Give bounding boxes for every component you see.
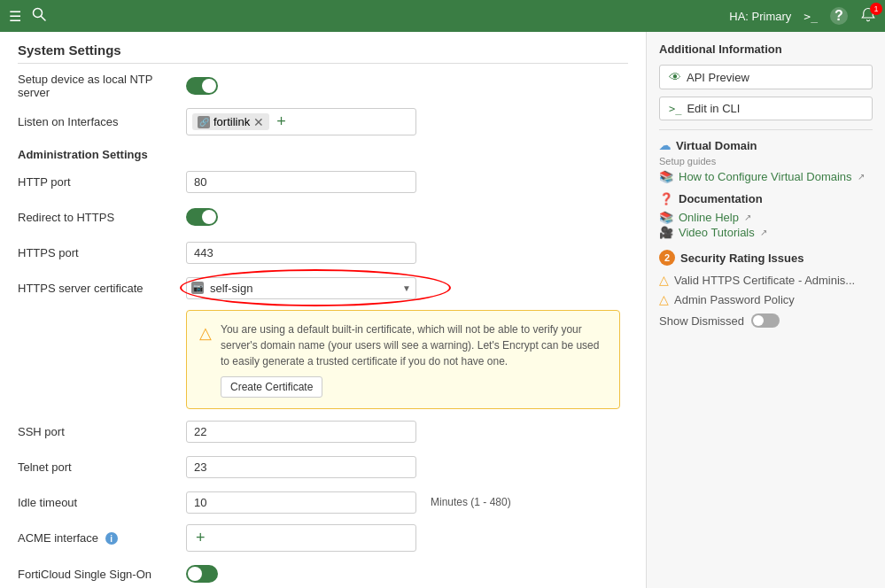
external-link-icon: ↗ xyxy=(858,172,865,182)
forticloud-label: FortiCloud Single Sign-On xyxy=(18,568,186,581)
ntp-row: Setup device as local NTP server xyxy=(18,73,628,99)
security-badge: 2 xyxy=(659,250,675,266)
setup-guides-label: Setup guides xyxy=(659,156,873,166)
help-icon[interactable]: ? xyxy=(830,7,848,25)
fortilink-remove[interactable]: ✕ xyxy=(253,116,264,128)
cert-select-icon: 📷 xyxy=(191,282,204,294)
video-tutorials-link[interactable]: 🎥 Video Tutorials ↗ xyxy=(659,226,873,239)
redirect-toggle[interactable] xyxy=(186,208,218,226)
admin-section-title: Administration Settings xyxy=(18,148,628,161)
forticloud-toggle[interactable] xyxy=(186,565,218,583)
idle-unit-label: Minutes (1 - 480) xyxy=(431,496,511,508)
main-panel: System Settings Setup device as local NT… xyxy=(0,32,646,588)
security-item-2-label: Admin Password Policy xyxy=(674,293,795,306)
cli-icon[interactable]: >_ xyxy=(803,10,818,23)
how-to-configure-link[interactable]: 📚 How to Configure Virtual Domains ↗ xyxy=(659,170,873,183)
acme-label: ACME interface i xyxy=(18,531,186,545)
topbar: ☰ HA: Primary >_ ? 1 xyxy=(0,0,885,32)
video-icon: 🎥 xyxy=(659,226,673,239)
https-port-input[interactable] xyxy=(186,242,416,264)
telnet-port-input[interactable] xyxy=(186,456,416,478)
book-icon: 📚 xyxy=(659,170,673,183)
ssh-port-input[interactable] xyxy=(186,421,416,443)
cloud-icon: ☁ xyxy=(659,139,671,152)
sidebar: Additional Information 👁 API Preview >_ … xyxy=(646,32,885,588)
show-dismissed-knob xyxy=(753,315,764,326)
warning-icon-1: △ xyxy=(659,273,669,287)
fortilink-tag: 🔗 fortilink ✕ xyxy=(192,113,269,130)
edit-in-cli-button[interactable]: >_ Edit in CLI xyxy=(659,97,873,120)
security-title-row: 2 Security Rating Issues xyxy=(659,250,873,266)
api-preview-button[interactable]: 👁 API Preview xyxy=(659,65,873,89)
telnet-port-label: Telnet port xyxy=(18,460,186,474)
notification-bell[interactable]: 1 xyxy=(860,7,876,26)
notification-badge: 1 xyxy=(870,3,882,15)
listen-add-button[interactable]: + xyxy=(273,112,290,131)
http-port-row: HTTP port xyxy=(18,168,628,195)
ha-status-label: HA: Primary xyxy=(729,10,791,23)
idle-timeout-input[interactable] xyxy=(186,491,416,514)
listen-tag-input[interactable]: 🔗 fortilink ✕ + xyxy=(186,108,416,135)
show-dismissed-row: Show Dismissed xyxy=(659,313,873,328)
chevron-down-icon: ▼ xyxy=(402,283,411,293)
security-item-1[interactable]: △ Valid HTTPS Certificate - Adminis... xyxy=(659,273,873,287)
video-ext-icon: ↗ xyxy=(760,228,767,237)
cert-select-wrap: 📷 self-sign ▼ xyxy=(186,277,416,299)
ssh-port-label: SSH port xyxy=(18,425,186,438)
sidebar-info-title: Additional Information xyxy=(659,43,873,56)
menu-icon[interactable]: ☰ xyxy=(9,8,21,25)
acme-info-icon[interactable]: i xyxy=(105,532,118,545)
redirect-row: Redirect to HTTPS xyxy=(18,204,628,230)
security-item-1-label: Valid HTTPS Certificate - Adminis... xyxy=(674,274,855,287)
cert-row: HTTPS server certificate 📷 self-sign ▼ xyxy=(18,275,628,301)
security-title-text: Security Rating Issues xyxy=(680,251,803,265)
idle-timeout-label: Idle timeout xyxy=(18,496,186,509)
fortilink-label: fortilink xyxy=(213,115,250,128)
acme-label-text: ACME interface xyxy=(18,531,98,545)
acme-add-button[interactable]: + xyxy=(192,529,209,547)
https-port-row: HTTPS port xyxy=(18,239,628,266)
ntp-toggle[interactable] xyxy=(186,77,218,95)
http-port-label: HTTP port xyxy=(18,175,186,189)
virtual-domain-title-text: Virtual Domain xyxy=(676,139,757,152)
ntp-label: Setup device as local NTP server xyxy=(18,73,186,99)
fortilink-icon: 🔗 xyxy=(198,116,210,128)
sidebar-divider-1 xyxy=(659,129,873,130)
create-certificate-button[interactable]: Create Certificate xyxy=(221,376,322,398)
documentation-section: ❓ Documentation xyxy=(659,192,873,205)
cert-row-wrapper: HTTPS server certificate 📷 self-sign ▼ xyxy=(18,275,628,301)
ntp-toggle-knob xyxy=(202,79,216,93)
edit-in-cli-label: Edit in CLI xyxy=(687,102,740,115)
ssh-port-row: SSH port xyxy=(18,418,628,445)
doc-title-text: Documentation xyxy=(679,192,763,205)
online-help-label: Online Help xyxy=(679,211,739,224)
online-help-link[interactable]: 📚 Online Help ↗ xyxy=(659,211,873,224)
listen-row: Listen on Interfaces 🔗 fortilink ✕ + xyxy=(18,108,628,135)
security-section: 2 Security Rating Issues △ Valid HTTPS C… xyxy=(659,250,873,328)
show-dismissed-label: Show Dismissed xyxy=(659,314,744,328)
acme-row: ACME interface i + xyxy=(18,524,628,552)
question-icon: ❓ xyxy=(659,192,673,205)
redirect-knob xyxy=(202,210,216,224)
idle-timeout-row: Idle timeout Minutes (1 - 480) xyxy=(18,489,628,515)
warning-text: You are using a default built-in certifi… xyxy=(221,321,607,369)
book-icon-2: 📚 xyxy=(659,211,673,224)
cert-select[interactable]: self-sign xyxy=(186,277,416,299)
warning-icon-2: △ xyxy=(659,292,669,306)
http-port-input[interactable] xyxy=(186,171,416,193)
api-preview-label: API Preview xyxy=(687,71,749,84)
show-dismissed-toggle[interactable] xyxy=(751,313,780,328)
cert-warning-box: △ You are using a default built-in certi… xyxy=(186,310,620,409)
redirect-label: Redirect to HTTPS xyxy=(18,211,186,224)
page-title: System Settings xyxy=(18,43,628,64)
cli-btn-icon: >_ xyxy=(669,103,681,115)
acme-tag-input[interactable]: + xyxy=(186,524,416,552)
warning-triangle-icon: △ xyxy=(199,323,212,343)
svg-line-1 xyxy=(42,17,46,21)
telnet-port-row: Telnet port xyxy=(18,453,628,480)
video-tutorials-label: Video Tutorials xyxy=(679,226,755,239)
security-item-2[interactable]: △ Admin Password Policy xyxy=(659,292,873,306)
online-help-ext-icon: ↗ xyxy=(744,213,751,222)
listen-label: Listen on Interfaces xyxy=(18,115,186,128)
search-icon[interactable] xyxy=(32,7,46,25)
